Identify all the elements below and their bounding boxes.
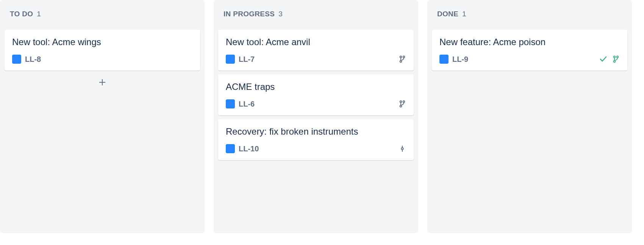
task-type-icon [226,55,235,64]
card[interactable]: ACME trapsLL-6 [218,74,414,115]
column-count: 3 [278,10,283,18]
card-status-icons [399,55,406,63]
card-footer: LL-9 [439,55,620,64]
branch-icon [399,55,406,63]
column-header[interactable]: TO DO1 [0,0,205,30]
task-type-icon [439,55,449,64]
card-meta: LL-8 [12,55,41,64]
card[interactable]: New tool: Acme anvilLL-7 [218,30,414,71]
column-header[interactable]: DONE1 [427,0,632,30]
card-footer: LL-10 [226,144,406,153]
card[interactable]: New tool: Acme wingsLL-8 [5,30,200,71]
plus-icon [98,78,106,86]
add-card-button[interactable] [5,74,200,90]
task-type-icon [226,99,235,108]
card-title: New feature: Acme poison [439,36,620,48]
column-title: IN PROGRESS [224,10,275,18]
card[interactable]: Recovery: fix broken instrumentsLL-10 [218,119,414,160]
card[interactable]: New feature: Acme poisonLL-9 [432,30,627,71]
card-meta: LL-6 [226,99,255,108]
task-type-icon [12,55,21,64]
card-footer: LL-6 [226,99,406,108]
card-footer: LL-8 [12,55,192,64]
card-status-icons [599,55,620,63]
card-status-icons [399,145,406,152]
column-done: DONE1New feature: Acme poisonLL-9 [427,0,632,233]
card-footer: LL-7 [226,55,406,64]
card-status-icons [399,100,406,108]
card-list: New feature: Acme poisonLL-9 [427,30,632,75]
card-title: ACME traps [226,81,406,93]
task-type-icon [226,144,235,153]
card-key: LL-6 [239,100,255,108]
column-to-do: TO DO1New tool: Acme wingsLL-8 [0,0,205,233]
card-key: LL-9 [452,55,468,64]
card-title: New tool: Acme anvil [226,36,406,48]
card-title: New tool: Acme wings [12,36,192,48]
branch-icon [399,100,406,108]
check-icon [599,55,608,63]
kanban-board: TO DO1New tool: Acme wingsLL-8IN PROGRES… [0,0,644,245]
column-count: 1 [462,10,466,18]
column-header[interactable]: IN PROGRESS3 [214,0,418,30]
card-meta: LL-10 [226,144,259,153]
card-key: LL-8 [25,55,41,64]
card-key: LL-10 [239,144,259,153]
card-meta: LL-9 [439,55,468,64]
column-title: TO DO [10,10,33,18]
card-title: Recovery: fix broken instruments [226,126,406,137]
card-meta: LL-7 [226,55,255,64]
column-in-progress: IN PROGRESS3New tool: Acme anvilLL-7ACME… [214,0,418,233]
column-count: 1 [37,10,41,18]
card-list: New tool: Acme anvilLL-7ACME trapsLL-6Re… [214,30,418,165]
column-title: DONE [437,10,458,18]
card-list: New tool: Acme wingsLL-8 [0,30,205,95]
branch-icon [612,55,620,63]
commit-icon [399,145,406,152]
card-key: LL-7 [239,55,255,64]
